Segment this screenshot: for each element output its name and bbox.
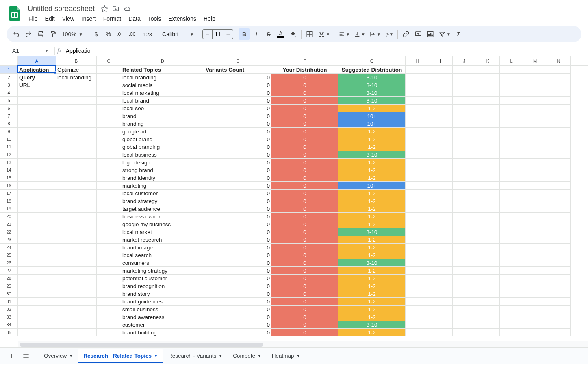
cell[interactable]	[406, 190, 429, 197]
cell[interactable]: 0	[271, 213, 338, 220]
cell[interactable]	[406, 120, 429, 128]
row-header[interactable]: 14	[0, 166, 18, 174]
col-header-J[interactable]: J	[453, 56, 476, 65]
cell[interactable]	[547, 321, 571, 329]
cell[interactable]: 0	[271, 112, 338, 120]
sheet-tab[interactable]: Compete▼	[228, 349, 266, 363]
cell[interactable]	[523, 143, 547, 151]
cell[interactable]: 0	[204, 251, 271, 259]
sheet-tab[interactable]: Overview▼	[39, 349, 78, 363]
cell[interactable]	[500, 220, 523, 228]
cell[interactable]	[56, 143, 97, 151]
row-header[interactable]: 22	[0, 228, 18, 236]
cell[interactable]: 0	[204, 275, 271, 282]
cell[interactable]	[429, 135, 453, 143]
cell[interactable]	[56, 220, 97, 228]
cell[interactable]	[500, 275, 523, 282]
cell[interactable]: 1-2	[338, 166, 406, 174]
cell[interactable]	[97, 89, 121, 97]
cell[interactable]	[406, 236, 429, 244]
cell[interactable]: 1-2	[338, 306, 406, 313]
cell[interactable]	[97, 213, 121, 220]
cell[interactable]: Suggested Distribution	[338, 66, 406, 74]
row-header[interactable]: 5	[0, 97, 18, 105]
cell[interactable]: customer	[121, 321, 204, 329]
cell[interactable]: google my business	[121, 220, 204, 228]
cell[interactable]: branding	[121, 120, 204, 128]
cell[interactable]	[476, 290, 500, 298]
cell[interactable]: 0	[271, 244, 338, 251]
cell[interactable]	[476, 151, 500, 159]
add-sheet-button[interactable]	[5, 349, 18, 362]
cell[interactable]	[56, 105, 97, 112]
cell[interactable]: local market	[121, 228, 204, 236]
cell[interactable]: 0	[204, 135, 271, 143]
cell[interactable]	[56, 197, 97, 205]
cell[interactable]	[500, 321, 523, 329]
cell[interactable]: 1-2	[338, 329, 406, 336]
cell[interactable]	[476, 112, 500, 120]
cell[interactable]	[453, 205, 476, 213]
cell[interactable]	[56, 267, 97, 275]
cell[interactable]	[97, 290, 121, 298]
cell[interactable]	[547, 306, 571, 313]
cell[interactable]	[429, 105, 453, 112]
cell[interactable]	[18, 89, 56, 97]
caret-down-icon[interactable]: ▼	[45, 48, 49, 53]
cell[interactable]: 0	[271, 290, 338, 298]
spreadsheet-grid[interactable]: ABCDEFGHIJKLMN 1234567891011121314151617…	[0, 56, 588, 341]
cell[interactable]	[97, 228, 121, 236]
cell[interactable]	[523, 135, 547, 143]
cell[interactable]	[97, 190, 121, 197]
cell[interactable]	[56, 228, 97, 236]
cell[interactable]	[523, 313, 547, 321]
cell[interactable]	[500, 190, 523, 197]
cell[interactable]	[547, 166, 571, 174]
doc-title[interactable]: Untitled spreadsheet	[25, 4, 97, 14]
cell[interactable]	[453, 321, 476, 329]
cell[interactable]	[453, 97, 476, 105]
row-header[interactable]: 18	[0, 197, 18, 205]
cell[interactable]	[429, 74, 453, 81]
cell[interactable]	[97, 97, 121, 105]
cell[interactable]	[523, 275, 547, 282]
row-header[interactable]: 4	[0, 89, 18, 97]
menu-insert[interactable]: Insert	[78, 14, 99, 24]
cell[interactable]: 0	[271, 135, 338, 143]
cell[interactable]	[406, 228, 429, 236]
cell[interactable]	[476, 166, 500, 174]
cell[interactable]: 0	[204, 197, 271, 205]
cell[interactable]	[547, 282, 571, 290]
cell[interactable]: 0	[204, 306, 271, 313]
row-header[interactable]: 24	[0, 244, 18, 251]
cell[interactable]	[429, 182, 453, 190]
row-header[interactable]: 6	[0, 105, 18, 112]
font-select[interactable]: Calibri▼	[159, 31, 197, 37]
cell[interactable]: potential customer	[121, 275, 204, 282]
cell[interactable]: 3-10	[338, 97, 406, 105]
cell[interactable]	[18, 105, 56, 112]
col-header-L[interactable]: L	[500, 56, 523, 65]
cell[interactable]	[523, 97, 547, 105]
cell[interactable]	[97, 244, 121, 251]
cell[interactable]: 0	[204, 143, 271, 151]
cell[interactable]	[453, 306, 476, 313]
cell[interactable]	[97, 151, 121, 159]
cell[interactable]	[523, 329, 547, 336]
cell[interactable]: small business	[121, 306, 204, 313]
cell[interactable]	[97, 74, 121, 81]
cell[interactable]	[547, 112, 571, 120]
col-header-D[interactable]: D	[121, 56, 204, 65]
cell[interactable]	[476, 267, 500, 275]
cell[interactable]	[453, 174, 476, 182]
all-sheets-button[interactable]	[20, 349, 33, 362]
cell[interactable]	[406, 329, 429, 336]
cell[interactable]	[547, 120, 571, 128]
cell[interactable]	[453, 259, 476, 267]
cell[interactable]	[429, 159, 453, 166]
cell[interactable]	[406, 244, 429, 251]
text-color-button[interactable]: A	[275, 28, 286, 40]
cell[interactable]	[406, 197, 429, 205]
cell[interactable]: 0	[271, 97, 338, 105]
cell[interactable]	[547, 259, 571, 267]
